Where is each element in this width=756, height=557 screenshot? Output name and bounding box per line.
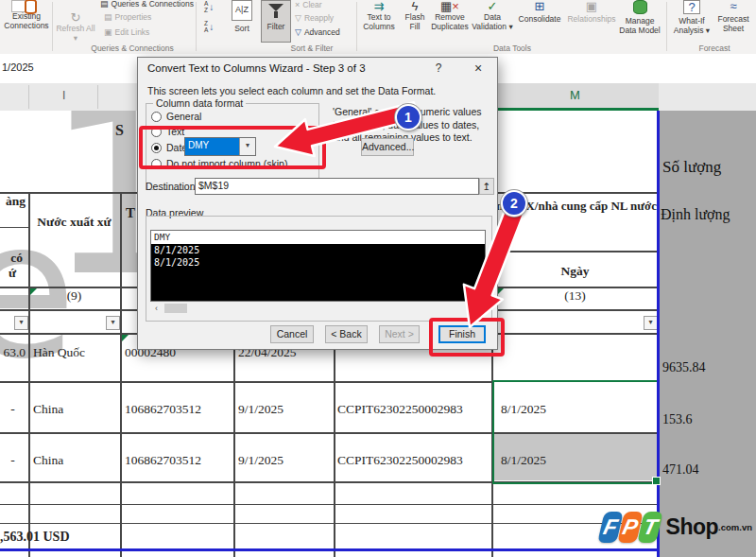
preview-scrollbar[interactable]: ‹ xyxy=(150,303,486,315)
cell-date[interactable]: 9/1/2025 xyxy=(238,453,284,468)
close-icon[interactable]: × xyxy=(467,60,490,77)
manage-data-model-label: Manage Data Model xyxy=(617,16,662,35)
radio-general-label: General xyxy=(166,111,201,122)
advanced-button[interactable]: Advanced... xyxy=(361,138,414,156)
header-number-9[interactable]: (9) xyxy=(28,288,120,304)
filter-dropdown-button[interactable]: ▾ xyxy=(644,316,658,330)
queries-connections-label: Queries & Connections xyxy=(112,0,194,9)
what-if-analysis-button[interactable]: ? What-If Analysis ▾ xyxy=(670,0,713,35)
cell-value[interactable]: - xyxy=(0,453,26,468)
cell-country[interactable]: China xyxy=(33,453,63,468)
highlight-box-date-dmy xyxy=(139,126,326,169)
formula-bar-value: 1/2025 xyxy=(2,61,34,73)
header-fragment-hang: àng xyxy=(0,194,26,209)
properties-button[interactable]: ▤ Properties xyxy=(104,12,151,22)
database-cylinder-icon xyxy=(25,0,37,14)
next-button[interactable]: Next > xyxy=(379,325,420,343)
group-label-data-tools: Data Tools xyxy=(465,44,559,53)
preview-column-header[interactable]: DMY xyxy=(151,231,485,245)
range-selector-button[interactable]: ↥ xyxy=(479,178,494,195)
destination-label: Destination: xyxy=(146,181,198,192)
edit-links-label: Edit Links xyxy=(115,27,150,37)
group-label-queries: Queries & Connections xyxy=(76,44,189,53)
filter-label: Filter xyxy=(262,22,290,31)
manage-data-model-button[interactable]: Manage Data Model xyxy=(617,0,662,35)
cell-value[interactable]: - xyxy=(0,402,26,417)
header-fragment-xu: ứ xyxy=(0,266,16,281)
filter-dropdown-button[interactable]: ▾ xyxy=(14,316,28,330)
selection-fill-handle[interactable] xyxy=(652,477,661,485)
text-to-columns-icon: ⇉ xyxy=(359,0,399,12)
flash-fill-label: Flash Fill xyxy=(400,12,430,31)
cell-code[interactable]: 106862703512 xyxy=(125,402,201,417)
gray-cell-dinh-luong: Định lượng xyxy=(661,206,730,223)
gray-cell-so-luong: Số lượng xyxy=(662,158,721,177)
sort-za-arrow-icon: ↓ xyxy=(209,22,214,32)
cell-cert[interactable]: CCPIT62302250002983 xyxy=(337,402,463,417)
ribbon-separator xyxy=(52,2,53,51)
error-triangle-icon xyxy=(497,288,504,295)
error-triangle-icon xyxy=(30,288,37,295)
table-border xyxy=(0,227,28,228)
sort-az-button[interactable]: AZ ↓ xyxy=(204,1,214,13)
cell-country[interactable]: China xyxy=(33,402,63,417)
queries-connections-button[interactable]: ▤ Queries & Connections xyxy=(100,0,197,9)
scroll-left-icon[interactable]: ‹ xyxy=(150,303,163,314)
destination-input[interactable]: $M$19 xyxy=(195,178,479,195)
sort-icon: A|Z xyxy=(232,0,252,21)
group-label-forecast: Forecast xyxy=(677,44,752,53)
data-validation-button[interactable]: ✓ Data Validation ▾ xyxy=(470,0,515,31)
text-to-columns-button[interactable]: ⇉ Text to Columns xyxy=(359,0,399,31)
filter-dropdown-button[interactable]: ▾ xyxy=(106,316,120,330)
relationships-button[interactable]: ▣ Relationships xyxy=(564,0,619,24)
column-header-m[interactable]: M xyxy=(491,83,659,111)
scrollbar-thumb[interactable] xyxy=(164,304,187,313)
relationships-label: Relationships xyxy=(564,14,619,24)
dialog-title: Convert Text to Columns Wizard - Step 3 … xyxy=(147,62,366,74)
cell-code[interactable]: 106862703512 xyxy=(125,453,201,468)
clear-label: Clear xyxy=(302,0,321,9)
ribbon: Existing Connections ↻ Refresh All ▾ ▤ Q… xyxy=(0,0,756,55)
sort-az-arrow-icon: ↓ xyxy=(209,2,214,12)
table-border xyxy=(491,251,659,252)
sort-button[interactable]: A|Z Sort xyxy=(227,0,257,33)
advanced-filter-button[interactable]: ▽ Advanced xyxy=(295,27,340,37)
cell-date[interactable]: 9/1/2025 xyxy=(238,402,284,417)
cancel-button[interactable]: Cancel xyxy=(270,325,314,343)
help-button[interactable]: ? xyxy=(427,60,450,77)
reapply-button[interactable]: ▽ Reapply xyxy=(295,13,334,23)
preview-row: 8/1/2025 xyxy=(154,256,485,269)
forecast-sheet-button[interactable]: ≈ Forecast Sheet xyxy=(712,0,755,33)
header-number-13[interactable]: (13) xyxy=(491,288,659,304)
clear-icon: × xyxy=(295,1,300,9)
remove-duplicates-button[interactable]: ▦× Remove Duplicates xyxy=(429,0,471,31)
flash-fill-icon: ϟ xyxy=(400,0,430,12)
edit-links-button[interactable]: ▣ Edit Links xyxy=(104,27,149,37)
cell-total-usd[interactable]: ,563.01 USD xyxy=(0,530,70,545)
refresh-all-button[interactable]: ↻ Refresh All ▾ xyxy=(55,11,96,43)
table-border xyxy=(120,192,122,557)
sort-za-button[interactable]: ZA ↓ xyxy=(204,21,214,33)
preview-row: 8/1/2025 xyxy=(154,244,485,256)
cell-value[interactable]: 63.0 xyxy=(0,345,26,360)
edit-links-icon: ▣ xyxy=(104,28,112,37)
back-button[interactable]: < Back xyxy=(325,325,368,343)
sort-za-letter-a: A xyxy=(204,27,208,34)
column-header-i[interactable]: I xyxy=(62,89,65,102)
flash-fill-button[interactable]: ϟ Flash Fill xyxy=(400,0,430,31)
filter-button[interactable]: Filter xyxy=(261,0,291,43)
clear-button[interactable]: × Clear xyxy=(295,0,322,9)
selection-border xyxy=(492,380,660,484)
consolidate-button[interactable]: ⊞ Consolidate xyxy=(516,0,563,24)
header-fragment-co: có xyxy=(0,251,23,266)
existing-connections-button[interactable]: Existing Connections xyxy=(2,11,51,30)
column-header-separator xyxy=(28,85,29,109)
radio-general[interactable]: General xyxy=(151,111,201,122)
ribbon-separator xyxy=(666,2,667,51)
cell-cert[interactable]: CCPIT62302250002983 xyxy=(337,453,463,468)
column-data-format-label: Column data format xyxy=(153,97,246,109)
header-ngay[interactable]: Ngày xyxy=(491,264,659,279)
preview-table[interactable]: DMY 8/1/2025 8/1/2025 xyxy=(150,230,486,302)
cell-country[interactable]: Hàn Quốc xyxy=(33,345,85,360)
header-nuoc-xuat-xu[interactable]: Nước xuất xứ xyxy=(30,213,118,232)
